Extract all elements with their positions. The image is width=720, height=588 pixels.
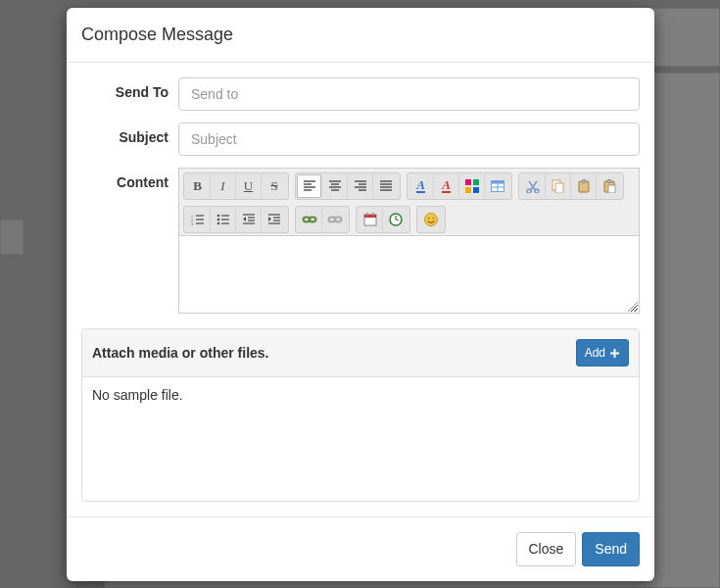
font-color-button[interactable]: A — [408, 174, 434, 198]
ordered-list-icon: 123 — [191, 214, 205, 225]
paste-icon — [577, 179, 591, 193]
rich-text-editor: B I U S — [178, 168, 640, 314]
align-justify-button[interactable] — [373, 174, 399, 198]
svg-point-42 — [216, 219, 219, 221]
clock-icon — [389, 213, 403, 226]
svg-rect-63 — [366, 214, 368, 217]
svg-rect-64 — [372, 214, 374, 217]
svg-text:3: 3 — [191, 221, 193, 225]
label-content: Content — [81, 168, 178, 314]
svg-point-70 — [433, 218, 435, 220]
toolgroup-text-style: B I U S — [183, 172, 289, 200]
attachment-empty-text: No sample file. — [92, 387, 183, 403]
strikethrough-button[interactable]: S — [262, 174, 287, 198]
content-textarea[interactable] — [179, 236, 639, 313]
add-attachment-button[interactable]: Add — [576, 339, 629, 367]
ordered-list-button[interactable]: 123 — [185, 208, 211, 231]
align-left-button[interactable] — [297, 174, 322, 198]
toolgroup-lists: 123 — [183, 206, 289, 233]
modal-header: Compose Message — [67, 8, 654, 63]
svg-rect-18 — [465, 187, 471, 193]
toolgroup-colors: A A — [407, 172, 512, 200]
copy-icon — [552, 179, 565, 193]
indent-button[interactable] — [262, 208, 287, 231]
copy-button[interactable] — [546, 174, 571, 198]
svg-rect-33 — [607, 180, 611, 183]
row-send-to: Send To — [81, 77, 640, 111]
svg-rect-17 — [473, 179, 479, 185]
attachment-heading-text: Attach media or other files. — [92, 345, 268, 361]
svg-rect-31 — [582, 180, 586, 183]
toolgroup-clipboard — [518, 172, 624, 200]
editor-toolbar: B I U S — [179, 169, 639, 236]
attachment-panel-heading: Attach media or other files. Add — [82, 329, 639, 377]
insert-date-button[interactable] — [358, 208, 383, 231]
align-right-icon — [354, 180, 367, 192]
subject-input[interactable] — [178, 122, 640, 156]
plus-icon — [609, 348, 620, 359]
svg-rect-29 — [555, 183, 563, 193]
svg-point-69 — [428, 218, 430, 220]
row-content: Content B I U S — [81, 168, 640, 314]
cut-icon — [526, 179, 540, 193]
compose-message-modal: Compose Message Send To Subject Content — [67, 8, 654, 581]
unlink-button[interactable] — [322, 208, 348, 231]
svg-rect-19 — [473, 187, 479, 193]
svg-rect-34 — [608, 185, 615, 193]
insert-table-button[interactable] — [485, 174, 510, 198]
italic-button[interactable]: I — [211, 174, 236, 198]
resize-handle-icon[interactable] — [628, 302, 638, 312]
table-icon — [491, 180, 504, 192]
label-send-to: Send To — [81, 77, 178, 111]
svg-marker-51 — [243, 217, 246, 221]
link-button[interactable] — [297, 208, 322, 231]
svg-rect-16 — [465, 179, 471, 185]
unordered-list-button[interactable] — [211, 208, 236, 231]
paste-text-button[interactable] — [597, 174, 622, 198]
toolgroup-links — [295, 206, 350, 233]
attachment-panel: Attach media or other files. Add No samp… — [81, 328, 640, 502]
toolgroup-datetime — [356, 206, 410, 233]
send-button[interactable]: Send — [582, 532, 640, 566]
send-to-input[interactable] — [178, 77, 640, 111]
underline-button[interactable]: U — [236, 174, 262, 198]
align-center-icon — [328, 180, 342, 192]
align-center-button[interactable] — [322, 174, 348, 198]
bold-button[interactable]: B — [185, 174, 211, 198]
svg-point-68 — [425, 214, 438, 226]
align-right-button[interactable] — [348, 174, 373, 198]
outdent-icon — [242, 214, 256, 225]
modal-title: Compose Message — [81, 23, 640, 47]
toolgroup-align — [295, 172, 401, 200]
emoji-button[interactable] — [418, 208, 444, 231]
svg-point-27 — [535, 189, 539, 193]
unlink-icon — [327, 214, 343, 225]
svg-point-26 — [527, 189, 531, 193]
insert-time-button[interactable] — [383, 208, 408, 231]
svg-rect-62 — [364, 215, 376, 218]
indent-icon — [267, 214, 281, 225]
modal-footer: Close Send — [67, 516, 654, 581]
svg-marker-56 — [268, 217, 271, 221]
color-swatch-button[interactable] — [459, 174, 485, 198]
paste-text-icon — [602, 179, 616, 193]
svg-point-41 — [216, 215, 219, 218]
calendar-icon — [363, 213, 377, 226]
smiley-icon — [423, 212, 439, 227]
cut-button[interactable] — [520, 174, 546, 198]
bg-color-button[interactable]: A — [434, 174, 459, 198]
attachment-list: No sample file. — [82, 377, 639, 501]
toolgroup-emoji — [416, 206, 446, 233]
swatch-icon — [465, 179, 479, 193]
label-subject: Subject — [81, 122, 178, 156]
align-left-icon — [303, 180, 316, 192]
link-icon — [302, 214, 317, 225]
paste-button[interactable] — [571, 174, 597, 198]
outdent-button[interactable] — [236, 208, 262, 231]
modal-body: Send To Subject Content B I — [67, 63, 654, 516]
row-subject: Subject — [81, 122, 640, 156]
add-button-label: Add — [585, 344, 605, 362]
close-button[interactable]: Close — [516, 532, 577, 566]
unordered-list-icon — [216, 214, 230, 225]
align-justify-icon — [379, 180, 393, 192]
